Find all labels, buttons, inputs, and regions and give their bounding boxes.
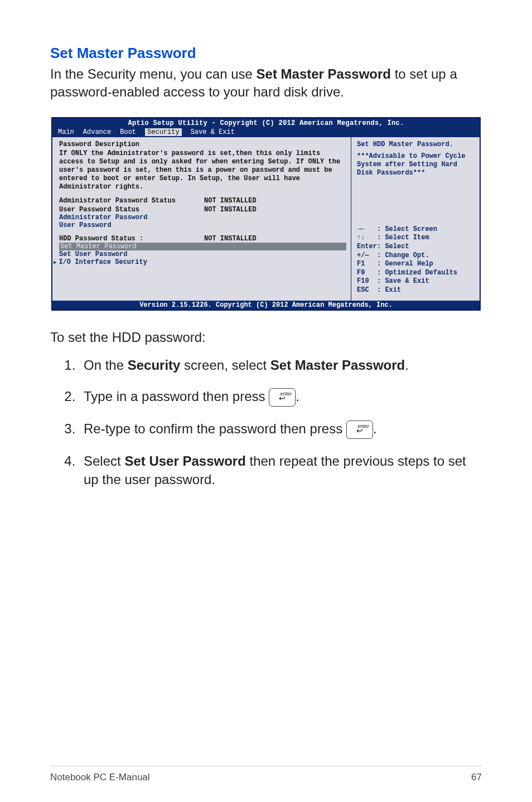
password-description-text: If ONLY the Administrator's password is … (59, 149, 346, 191)
tab-advance[interactable]: Advance (83, 128, 111, 136)
subheading: To set the HDD password: (50, 330, 482, 345)
bios-top-bar: Aptio Setup Utility - Copyright (C) 2012… (52, 118, 480, 137)
step-3-before: Re-type to confirm the password then pre… (84, 421, 346, 436)
set-user-password-item[interactable]: Set User Password (59, 250, 346, 258)
footer-title: Notebook PC E-Manual (50, 772, 150, 783)
step-4-bold: Set User Password (124, 453, 245, 468)
user-password-status-value: NOT INSTALLED (204, 206, 257, 214)
step-1-bold-1: Security (128, 357, 181, 373)
step-1-mid: screen, select (180, 357, 270, 373)
step-4: Select Set User Password then repeat the… (79, 452, 482, 489)
hdd-password-status-value: NOT INSTALLED (204, 235, 257, 243)
intro-text-before: In the Security menu, you can use (50, 66, 257, 81)
help-advisable: ***Advisable to Power Cycle System after… (357, 152, 475, 177)
hdd-password-status-label: HDD Password Status : (59, 235, 204, 243)
step-2-before: Type in a password then press (84, 389, 269, 404)
tab-save-exit[interactable]: Save & Exit (191, 128, 235, 136)
footer-page-number: 67 (471, 772, 482, 783)
tab-security[interactable]: Security (145, 128, 182, 136)
steps-list: On the Security screen, select Set Maste… (50, 356, 482, 489)
user-password-item[interactable]: User Password (59, 221, 346, 229)
step-1-after: . (405, 357, 409, 373)
admin-password-status-value: NOT INSTALLED (204, 197, 257, 205)
tab-main[interactable]: Main (58, 128, 74, 136)
admin-password-status-label: Administrator Password Status (59, 197, 204, 205)
set-master-password-item[interactable]: Set Master Password (59, 243, 346, 250)
bios-body: Password Description If ONLY the Adminis… (52, 137, 480, 301)
intro-bold: Set Master Password (257, 66, 391, 81)
bios-right-pane: Set HDD Master Password. ***Advisable to… (351, 137, 480, 301)
enter-key-label: enter (280, 390, 292, 397)
step-1: On the Security screen, select Set Maste… (79, 356, 482, 374)
bios-tabs: Main Advance Boot Security Save & Exit (56, 127, 476, 137)
step-3: Re-type to confirm the password then pre… (79, 420, 482, 439)
step-1-bold-2: Set Master Password (270, 357, 405, 373)
bios-left-pane: Password Description If ONLY the Adminis… (52, 137, 351, 301)
bios-bottom-bar: Version 2.15.1226. Copyright (C) 2012 Am… (52, 301, 480, 310)
bios-title: Aptio Setup Utility - Copyright (C) 2012… (56, 119, 476, 127)
step-1-before: On the (84, 357, 128, 373)
step-3-after: . (373, 421, 377, 436)
admin-password-status-row: Administrator Password Status NOT INSTAL… (59, 197, 346, 205)
password-description-header: Password Description (59, 141, 346, 148)
step-4-before: Select (84, 453, 124, 468)
user-password-status-row: User Password Status NOT INSTALLED (59, 206, 346, 214)
enter-key-label: enter (357, 423, 369, 429)
page-footer: Notebook PC E-Manual 67 (50, 766, 482, 783)
user-password-status-label: User Password Status (59, 206, 204, 214)
enter-key-icon: enter ↩ (346, 421, 373, 439)
bios-screenshot: Aptio Setup Utility - Copyright (C) 2012… (51, 117, 481, 311)
hdd-password-status-row: HDD Password Status : NOT INSTALLED (59, 235, 346, 243)
enter-key-icon: enter ↩ (269, 388, 296, 407)
step-2-after: . (296, 389, 299, 404)
section-heading: Set Master Password (50, 45, 482, 62)
io-interface-security-item[interactable]: I/O Interface Security (54, 258, 346, 266)
tab-boot[interactable]: Boot (120, 128, 136, 136)
administrator-password-item[interactable]: Administrator Password (59, 214, 346, 221)
help-keys: →← : Select Screen ↑↓ : Select Item Ente… (357, 225, 475, 295)
intro-paragraph: In the Security menu, you can use Set Ma… (50, 65, 482, 102)
help-title: Set HDD Master Password. (357, 141, 475, 149)
step-2: Type in a password then press enter ↩ . (79, 388, 482, 407)
